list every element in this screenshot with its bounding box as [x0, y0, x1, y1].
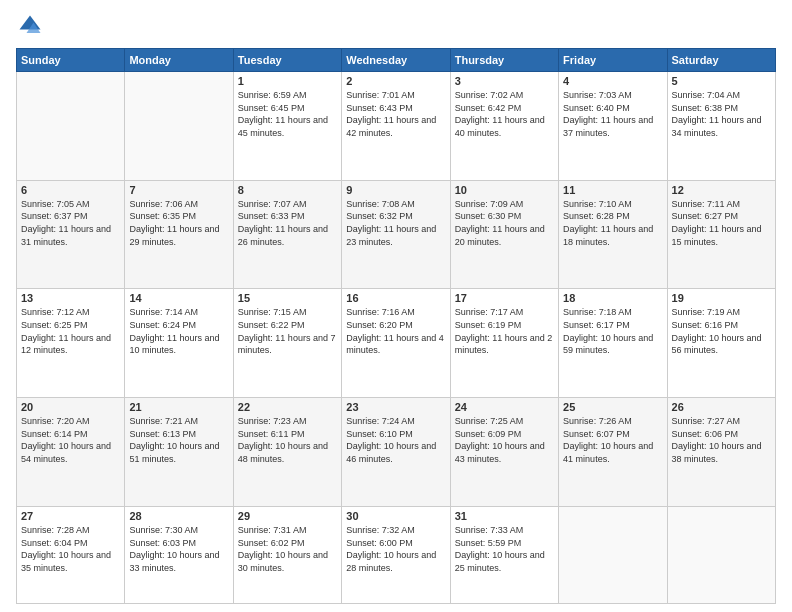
- weekday-header: Monday: [125, 49, 233, 72]
- day-number: 16: [346, 292, 445, 304]
- calendar-cell: 7Sunrise: 7:06 AM Sunset: 6:35 PM Daylig…: [125, 180, 233, 289]
- calendar-cell: 4Sunrise: 7:03 AM Sunset: 6:40 PM Daylig…: [559, 72, 667, 181]
- day-info: Sunrise: 7:10 AM Sunset: 6:28 PM Dayligh…: [563, 198, 662, 248]
- day-info: Sunrise: 7:33 AM Sunset: 5:59 PM Dayligh…: [455, 524, 554, 574]
- calendar-cell: [125, 72, 233, 181]
- day-number: 15: [238, 292, 337, 304]
- day-info: Sunrise: 7:28 AM Sunset: 6:04 PM Dayligh…: [21, 524, 120, 574]
- calendar-week-row: 6Sunrise: 7:05 AM Sunset: 6:37 PM Daylig…: [17, 180, 776, 289]
- day-info: Sunrise: 7:23 AM Sunset: 6:11 PM Dayligh…: [238, 415, 337, 465]
- day-info: Sunrise: 7:16 AM Sunset: 6:20 PM Dayligh…: [346, 306, 445, 356]
- weekday-header-row: SundayMondayTuesdayWednesdayThursdayFrid…: [17, 49, 776, 72]
- day-number: 14: [129, 292, 228, 304]
- day-info: Sunrise: 7:06 AM Sunset: 6:35 PM Dayligh…: [129, 198, 228, 248]
- day-number: 22: [238, 401, 337, 413]
- calendar-cell: 29Sunrise: 7:31 AM Sunset: 6:02 PM Dayli…: [233, 506, 341, 603]
- calendar-week-row: 27Sunrise: 7:28 AM Sunset: 6:04 PM Dayli…: [17, 506, 776, 603]
- day-info: Sunrise: 7:27 AM Sunset: 6:06 PM Dayligh…: [672, 415, 771, 465]
- calendar-cell: 25Sunrise: 7:26 AM Sunset: 6:07 PM Dayli…: [559, 398, 667, 507]
- day-number: 12: [672, 184, 771, 196]
- weekday-header: Friday: [559, 49, 667, 72]
- day-number: 27: [21, 510, 120, 522]
- calendar-cell: 10Sunrise: 7:09 AM Sunset: 6:30 PM Dayli…: [450, 180, 558, 289]
- calendar-cell: 17Sunrise: 7:17 AM Sunset: 6:19 PM Dayli…: [450, 289, 558, 398]
- weekday-header: Saturday: [667, 49, 775, 72]
- calendar-cell: 23Sunrise: 7:24 AM Sunset: 6:10 PM Dayli…: [342, 398, 450, 507]
- day-number: 20: [21, 401, 120, 413]
- calendar-cell: 28Sunrise: 7:30 AM Sunset: 6:03 PM Dayli…: [125, 506, 233, 603]
- weekday-header: Sunday: [17, 49, 125, 72]
- day-number: 29: [238, 510, 337, 522]
- day-info: Sunrise: 7:15 AM Sunset: 6:22 PM Dayligh…: [238, 306, 337, 356]
- day-number: 13: [21, 292, 120, 304]
- day-info: Sunrise: 7:01 AM Sunset: 6:43 PM Dayligh…: [346, 89, 445, 139]
- calendar-cell: [17, 72, 125, 181]
- calendar-cell: 24Sunrise: 7:25 AM Sunset: 6:09 PM Dayli…: [450, 398, 558, 507]
- day-info: Sunrise: 7:25 AM Sunset: 6:09 PM Dayligh…: [455, 415, 554, 465]
- day-info: Sunrise: 7:19 AM Sunset: 6:16 PM Dayligh…: [672, 306, 771, 356]
- calendar-cell: 8Sunrise: 7:07 AM Sunset: 6:33 PM Daylig…: [233, 180, 341, 289]
- day-number: 17: [455, 292, 554, 304]
- calendar-cell: [559, 506, 667, 603]
- calendar-cell: 20Sunrise: 7:20 AM Sunset: 6:14 PM Dayli…: [17, 398, 125, 507]
- logo-icon: [16, 12, 44, 40]
- day-info: Sunrise: 7:21 AM Sunset: 6:13 PM Dayligh…: [129, 415, 228, 465]
- day-number: 26: [672, 401, 771, 413]
- day-number: 4: [563, 75, 662, 87]
- day-number: 7: [129, 184, 228, 196]
- calendar-cell: 30Sunrise: 7:32 AM Sunset: 6:00 PM Dayli…: [342, 506, 450, 603]
- day-info: Sunrise: 7:31 AM Sunset: 6:02 PM Dayligh…: [238, 524, 337, 574]
- day-number: 2: [346, 75, 445, 87]
- calendar-cell: 12Sunrise: 7:11 AM Sunset: 6:27 PM Dayli…: [667, 180, 775, 289]
- calendar-table: SundayMondayTuesdayWednesdayThursdayFrid…: [16, 48, 776, 604]
- day-info: Sunrise: 7:07 AM Sunset: 6:33 PM Dayligh…: [238, 198, 337, 248]
- day-info: Sunrise: 7:08 AM Sunset: 6:32 PM Dayligh…: [346, 198, 445, 248]
- day-info: Sunrise: 7:12 AM Sunset: 6:25 PM Dayligh…: [21, 306, 120, 356]
- calendar-cell: 16Sunrise: 7:16 AM Sunset: 6:20 PM Dayli…: [342, 289, 450, 398]
- day-number: 10: [455, 184, 554, 196]
- day-number: 8: [238, 184, 337, 196]
- calendar-cell: 13Sunrise: 7:12 AM Sunset: 6:25 PM Dayli…: [17, 289, 125, 398]
- calendar-cell: [667, 506, 775, 603]
- day-info: Sunrise: 7:30 AM Sunset: 6:03 PM Dayligh…: [129, 524, 228, 574]
- day-info: Sunrise: 7:05 AM Sunset: 6:37 PM Dayligh…: [21, 198, 120, 248]
- calendar-cell: 18Sunrise: 7:18 AM Sunset: 6:17 PM Dayli…: [559, 289, 667, 398]
- day-info: Sunrise: 7:32 AM Sunset: 6:00 PM Dayligh…: [346, 524, 445, 574]
- day-number: 9: [346, 184, 445, 196]
- day-info: Sunrise: 7:24 AM Sunset: 6:10 PM Dayligh…: [346, 415, 445, 465]
- page: SundayMondayTuesdayWednesdayThursdayFrid…: [0, 0, 792, 612]
- calendar-cell: 26Sunrise: 7:27 AM Sunset: 6:06 PM Dayli…: [667, 398, 775, 507]
- day-info: Sunrise: 7:20 AM Sunset: 6:14 PM Dayligh…: [21, 415, 120, 465]
- calendar-cell: 1Sunrise: 6:59 AM Sunset: 6:45 PM Daylig…: [233, 72, 341, 181]
- day-number: 3: [455, 75, 554, 87]
- calendar-cell: 27Sunrise: 7:28 AM Sunset: 6:04 PM Dayli…: [17, 506, 125, 603]
- day-number: 28: [129, 510, 228, 522]
- calendar-cell: 31Sunrise: 7:33 AM Sunset: 5:59 PM Dayli…: [450, 506, 558, 603]
- calendar-cell: 3Sunrise: 7:02 AM Sunset: 6:42 PM Daylig…: [450, 72, 558, 181]
- calendar-week-row: 13Sunrise: 7:12 AM Sunset: 6:25 PM Dayli…: [17, 289, 776, 398]
- day-info: Sunrise: 7:26 AM Sunset: 6:07 PM Dayligh…: [563, 415, 662, 465]
- day-number: 6: [21, 184, 120, 196]
- day-number: 18: [563, 292, 662, 304]
- calendar-cell: 9Sunrise: 7:08 AM Sunset: 6:32 PM Daylig…: [342, 180, 450, 289]
- day-number: 19: [672, 292, 771, 304]
- calendar-cell: 11Sunrise: 7:10 AM Sunset: 6:28 PM Dayli…: [559, 180, 667, 289]
- day-number: 5: [672, 75, 771, 87]
- day-info: Sunrise: 7:18 AM Sunset: 6:17 PM Dayligh…: [563, 306, 662, 356]
- calendar-week-row: 20Sunrise: 7:20 AM Sunset: 6:14 PM Dayli…: [17, 398, 776, 507]
- day-number: 11: [563, 184, 662, 196]
- weekday-header: Tuesday: [233, 49, 341, 72]
- day-number: 25: [563, 401, 662, 413]
- calendar-cell: 22Sunrise: 7:23 AM Sunset: 6:11 PM Dayli…: [233, 398, 341, 507]
- weekday-header: Wednesday: [342, 49, 450, 72]
- calendar-cell: 21Sunrise: 7:21 AM Sunset: 6:13 PM Dayli…: [125, 398, 233, 507]
- day-number: 31: [455, 510, 554, 522]
- day-info: Sunrise: 7:04 AM Sunset: 6:38 PM Dayligh…: [672, 89, 771, 139]
- calendar-week-row: 1Sunrise: 6:59 AM Sunset: 6:45 PM Daylig…: [17, 72, 776, 181]
- day-number: 24: [455, 401, 554, 413]
- day-info: Sunrise: 7:14 AM Sunset: 6:24 PM Dayligh…: [129, 306, 228, 356]
- day-number: 30: [346, 510, 445, 522]
- day-info: Sunrise: 7:11 AM Sunset: 6:27 PM Dayligh…: [672, 198, 771, 248]
- calendar-cell: 19Sunrise: 7:19 AM Sunset: 6:16 PM Dayli…: [667, 289, 775, 398]
- day-info: Sunrise: 7:02 AM Sunset: 6:42 PM Dayligh…: [455, 89, 554, 139]
